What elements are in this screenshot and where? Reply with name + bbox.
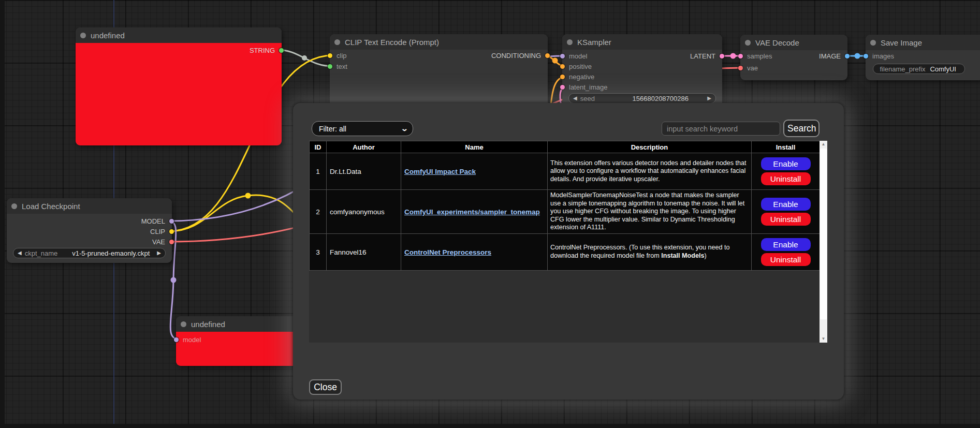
slot-label: positive	[569, 63, 592, 70]
output-slot-latent[interactable]: LATENT	[690, 51, 722, 61]
string-slot-dot[interactable]	[279, 48, 284, 53]
input-slot-model[interactable]: model	[176, 334, 201, 345]
node-header[interactable]: Save Image	[866, 35, 980, 50]
extension-id: 1	[310, 153, 327, 190]
node-save-image[interactable]: Save Image images filename_prefix ComfyU…	[866, 35, 980, 80]
extension-name-link[interactable]: ControlNet Preprocessors	[404, 248, 491, 256]
table-row: 1Dr.Lt.DataComfyUI Impact PackThis exten…	[310, 153, 820, 190]
node-collapse-dot[interactable]	[870, 40, 876, 46]
node-ksampler[interactable]: KSampler model positive negative latent_…	[562, 34, 722, 112]
node-collapse-dot[interactable]	[567, 39, 573, 45]
vae-slot-dot[interactable]	[738, 66, 743, 70]
table-scrollbar[interactable]: ▲ ▼	[820, 141, 827, 343]
image-slot-dot[interactable]	[845, 54, 850, 58]
output-slot-string[interactable]: STRING	[250, 45, 282, 55]
search-input[interactable]	[662, 122, 780, 136]
input-slot-negative[interactable]: negative	[562, 71, 594, 82]
node-collapse-dot[interactable]	[745, 40, 751, 46]
slot-label: CONDITIONING	[491, 52, 541, 60]
node-collapse-dot[interactable]	[11, 203, 17, 209]
node-collapse-dot[interactable]	[334, 39, 340, 45]
increment-arrow-icon[interactable]: ▶	[157, 250, 161, 256]
node-undefined-top[interactable]: undefined STRING	[76, 27, 282, 145]
chevron-down-icon: ⌄	[401, 125, 408, 132]
input-slot-clip[interactable]: clip	[330, 50, 347, 61]
input-slot-text[interactable]: text	[330, 61, 347, 71]
extension-description: ModelSamplerTonemapNoiseTest a node that…	[548, 190, 752, 234]
input-slot-positive[interactable]: positive	[562, 61, 592, 71]
input-slot-images[interactable]: images	[866, 51, 894, 61]
clip-slot-dot[interactable]	[328, 53, 332, 58]
close-button[interactable]: Close	[309, 379, 342, 395]
table-header-row: IDAuthorNameDescriptionInstall	[310, 141, 820, 153]
output-slot-vae[interactable]: VAE	[152, 237, 172, 247]
output-slot-clip[interactable]: CLIP	[150, 226, 172, 237]
extensions-table: IDAuthorNameDescriptionInstall 1Dr.Lt.Da…	[309, 141, 820, 271]
slot-label: model	[569, 52, 587, 60]
extension-id: 3	[310, 234, 327, 271]
search-button[interactable]: Search	[783, 120, 820, 137]
input-slot-latent-image[interactable]: latent_image	[562, 82, 607, 92]
positive-slot-dot[interactable]	[560, 64, 565, 69]
input-slot-samples[interactable]: samples	[740, 51, 772, 61]
uninstall-button[interactable]: Uninstall	[761, 253, 811, 266]
samples-slot-dot[interactable]	[738, 54, 743, 58]
slot-label: VAE	[152, 238, 165, 246]
enable-button[interactable]: Enable	[761, 198, 811, 211]
scrollbar-thumb[interactable]	[820, 149, 827, 319]
seed-widget[interactable]: ◀ seed 156680208700286 ▶	[568, 93, 716, 104]
model-slot-dot[interactable]	[560, 54, 565, 58]
enable-button[interactable]: Enable	[761, 238, 811, 251]
node-collapse-dot[interactable]	[181, 321, 186, 327]
ckpt-name-widget[interactable]: ◀ ckpt_name v1-5-pruned-emaonly.ckpt ▶	[13, 248, 166, 258]
decrement-arrow-icon[interactable]: ◀	[573, 96, 577, 101]
model-slot-dot[interactable]	[174, 337, 179, 342]
uninstall-button[interactable]: Uninstall	[761, 213, 811, 226]
node-header[interactable]: CLIP Text Encode (Prompt)	[330, 34, 548, 50]
node-title: undefined	[191, 320, 225, 329]
scrollbar-up-icon[interactable]: ▲	[820, 141, 827, 148]
extension-name-link[interactable]: ComfyUI_experiments/sampler_tonemap	[404, 208, 540, 216]
input-slot-vae[interactable]: vae	[740, 63, 758, 73]
slot-label: IMAGE	[819, 52, 841, 60]
slot-label: LATENT	[690, 52, 715, 60]
node-vae-decode[interactable]: VAE Decode samples vae IMAGE	[740, 35, 847, 80]
filter-select[interactable]: Filter: all ⌄	[312, 121, 413, 136]
node-collapse-dot[interactable]	[80, 33, 86, 38]
enable-button[interactable]: Enable	[761, 157, 811, 170]
slot-label: images	[872, 52, 894, 60]
node-load-checkpoint[interactable]: Load Checkpoint MODEL CLIP VAE ◀ ckpt_na…	[7, 198, 172, 263]
column-header-install: Install	[752, 141, 820, 153]
node-header[interactable]: undefined	[76, 27, 282, 43]
conditioning-slot-dot[interactable]	[545, 53, 550, 58]
increment-arrow-icon[interactable]: ▶	[707, 96, 711, 101]
clip-out-slot-dot[interactable]	[169, 229, 174, 234]
slot-label: CLIP	[150, 228, 165, 235]
extension-description: ControlNet Preprocessors. (To use this e…	[548, 234, 752, 271]
text-slot-dot[interactable]	[328, 64, 332, 69]
node-title: Save Image	[881, 38, 922, 47]
vae-out-slot-dot[interactable]	[169, 240, 174, 244]
node-header[interactable]: KSampler	[562, 34, 722, 50]
output-slot-conditioning[interactable]: CONDITIONING	[491, 50, 548, 61]
output-slot-model[interactable]: MODEL	[141, 216, 172, 226]
extension-author: comfyanonymous	[327, 190, 401, 234]
negative-slot-dot[interactable]	[560, 75, 565, 79]
model-out-slot-dot[interactable]	[169, 219, 174, 224]
filename-prefix-widget[interactable]: filename_prefix ComfyUI	[873, 64, 965, 74]
output-slot-image[interactable]: IMAGE	[819, 51, 847, 61]
node-body-error	[76, 43, 282, 145]
node-header[interactable]: VAE Decode	[740, 35, 847, 50]
slot-label: clip	[337, 52, 347, 60]
images-slot-dot[interactable]	[864, 54, 868, 58]
scrollbar-down-icon[interactable]: ▼	[820, 335, 827, 343]
input-slot-model[interactable]: model	[562, 51, 587, 61]
custom-nodes-manager-dialog: Filter: all ⌄ Search IDAuthorNameDescrip…	[293, 103, 844, 400]
decrement-arrow-icon[interactable]: ◀	[18, 250, 22, 256]
latent-out-slot-dot[interactable]	[720, 54, 724, 58]
extension-name-link[interactable]: ComfyUI Impact Pack	[404, 168, 476, 175]
widget-name: seed	[580, 95, 595, 102]
uninstall-button[interactable]: Uninstall	[761, 172, 811, 185]
node-header[interactable]: Load Checkpoint	[7, 198, 172, 214]
latent-slot-dot[interactable]	[560, 85, 565, 90]
